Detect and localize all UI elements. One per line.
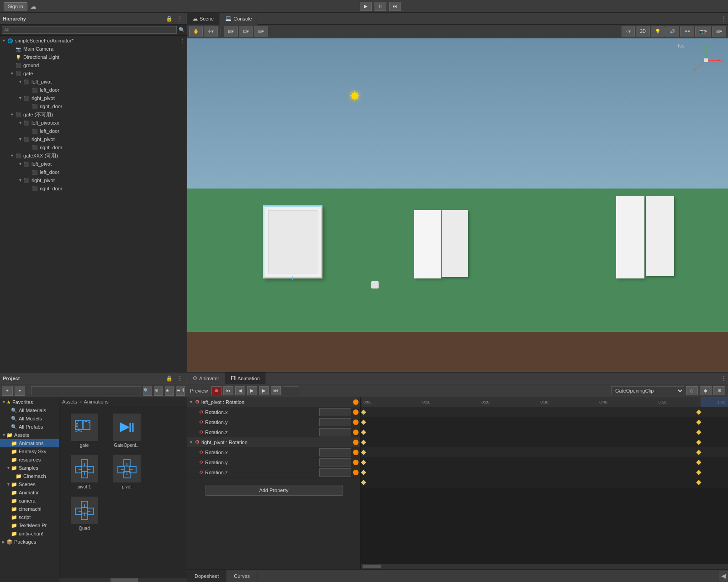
project-tree-packages[interactable]: ▶ 📦 Packages <box>0 538 59 546</box>
hierarchy-item-right-pivot3[interactable]: ▼ ⬛ right_pivot <box>0 176 187 184</box>
keyframe[interactable] <box>696 419 701 425</box>
keyframe[interactable] <box>696 460 701 465</box>
scene-cam-button[interactable]: 📷▾ <box>695 26 711 37</box>
keyframe[interactable] <box>361 480 366 485</box>
tab-scene[interactable]: ⛰ Scene <box>187 13 220 25</box>
render-button[interactable]: ○▾ <box>622 26 635 37</box>
project-tree-assets[interactable]: ▼ 📁 Assets <box>0 431 59 439</box>
keyframe[interactable] <box>361 470 366 475</box>
group-keyframe-dot[interactable] <box>353 399 359 405</box>
hierarchy-item-left-door2[interactable]: ⬛ left_door <box>0 127 187 135</box>
grid-button[interactable]: ⊞▾ <box>224 26 238 37</box>
record-button[interactable]: ⏺ <box>211 386 222 395</box>
keyframe[interactable] <box>361 409 366 414</box>
hierarchy-item-right-pivot2[interactable]: ▼ ⬛ right_pivot <box>0 135 187 143</box>
filter-button[interactable]: ⊞ <box>154 386 163 396</box>
clip-dropdown[interactable]: GateOpeningClip <box>611 386 684 395</box>
group-keyframe-dot[interactable] <box>353 440 359 445</box>
project-tree-camera[interactable]: 📁 camera <box>0 497 59 505</box>
h-item-menu[interactable]: ⋮ <box>180 38 187 43</box>
project-tree-favorites[interactable]: ▼ ★ Favorites <box>0 398 59 406</box>
project-tree-all-models[interactable]: 🔍 All Models <box>0 414 59 423</box>
move-tool-button[interactable]: ✛▾ <box>204 26 218 37</box>
hierarchy-item-left-pivot3[interactable]: ▼ ⬛ left_pivot <box>0 160 187 168</box>
project-lock-icon[interactable]: 🔒 <box>164 375 174 382</box>
play-anim-button[interactable]: ▶ <box>247 386 257 395</box>
keyframe[interactable] <box>361 430 366 435</box>
project-tree-all-materials[interactable]: 🔍 All Materials <box>0 406 59 414</box>
anim-settings-button[interactable]: ⚙ <box>713 386 725 395</box>
prop-keyframe-dot[interactable] <box>353 460 359 465</box>
hierarchy-item-right-door3[interactable]: ⬛ right_door <box>0 184 187 193</box>
gizmo-widget[interactable]: y x <box>688 42 724 79</box>
prev-frame-button[interactable]: ◀ <box>235 386 245 395</box>
curves-button[interactable]: Curves <box>227 570 258 582</box>
2d-button[interactable]: 2D <box>636 26 650 37</box>
project-tree-animations[interactable]: 📁 Animations <box>0 439 59 447</box>
scrollbar-thumb[interactable] <box>111 578 138 582</box>
next-frame-button[interactable]: ▶ <box>259 386 269 395</box>
keyframe[interactable] <box>361 450 366 455</box>
project-tree-unity-chan[interactable]: 📁 unity-chan! <box>0 530 59 538</box>
snap-button[interactable]: ⊡▾ <box>239 26 253 37</box>
dopesheet-button[interactable]: Dopesheet <box>187 570 227 582</box>
play-button[interactable]: ▶ <box>360 2 372 11</box>
tab-animator[interactable]: ⚙ Animator <box>187 372 225 384</box>
project-menu-icon[interactable]: ⋮ <box>176 375 184 382</box>
asset-item-pivot1[interactable]: pivot 1 <box>65 453 104 491</box>
light-button[interactable]: 💡 <box>651 26 665 37</box>
tab-animation[interactable]: 🎞 Animation <box>225 372 266 384</box>
hierarchy-item-camera[interactable]: 📷 Main Camera <box>0 45 187 53</box>
project-scrollbar[interactable] <box>59 578 187 582</box>
prop-keyframe-dot[interactable] <box>353 450 359 455</box>
hierarchy-item-left-door3[interactable]: ⬛ left_door <box>0 168 187 176</box>
gate-object-1[interactable] <box>263 205 322 278</box>
project-search-input[interactable] <box>31 386 141 395</box>
asset-item-gate[interactable]: gate <box>65 412 104 450</box>
hierarchy-item-gate[interactable]: ▼ ⬛ gate <box>0 69 187 78</box>
breadcrumb-assets[interactable]: Assets <box>62 399 77 404</box>
hierarchy-item-ground[interactable]: ⬛ ground <box>0 61 187 69</box>
gate-object-2[interactable] <box>414 210 468 278</box>
hierarchy-item-scene[interactable]: ▼ 🌐 simpleSceneForAnimator* ⋮ <box>0 37 187 45</box>
keyframe[interactable] <box>696 470 701 475</box>
project-tree-fantasy-sky[interactable]: 📁 Fantasy Sky <box>0 447 59 456</box>
next-keyframe-button[interactable]: ⏭ <box>271 386 281 395</box>
project-tree-animator[interactable]: 📁 Animator <box>0 488 59 497</box>
step-button[interactable]: ⏭ <box>389 2 401 11</box>
prop-keyframe-dot[interactable] <box>353 409 359 415</box>
keyframe[interactable] <box>361 419 366 425</box>
pause-button[interactable]: ⏸ <box>375 2 386 11</box>
scene-menu-icon[interactable]: ⋮ <box>720 15 728 22</box>
project-tree-resources[interactable]: 📁 resources <box>0 456 59 464</box>
frame-number-input[interactable]: 2 <box>283 386 299 395</box>
save-project-button[interactable]: ▾ <box>15 386 25 396</box>
keyframe[interactable] <box>696 480 701 485</box>
asset-item-pivot[interactable]: pivot <box>107 453 146 491</box>
hierarchy-item-gate-disabled[interactable]: ▼ ⬛ gate (不可用) <box>0 110 187 119</box>
add-asset-button[interactable]: + <box>2 386 13 396</box>
hierarchy-item-right-door2[interactable]: ⬛ right_door <box>0 143 187 152</box>
keyframe[interactable] <box>696 409 701 414</box>
prop-group-left-pivot[interactable]: ▼ ⚙ left_pivot : Rotation <box>187 397 360 407</box>
scene-viewport[interactable]: ✸ <box>187 38 728 372</box>
timeline-scrollbar[interactable] <box>361 564 728 569</box>
asset-item-gate-anim[interactable]: GateOpeni... <box>107 412 146 450</box>
project-tree-textmesh[interactable]: 📁 TextMesh Pr <box>0 521 59 530</box>
prop-group-right-pivot[interactable]: ▼ ⚙ right_pivot : Rotation <box>187 437 360 447</box>
sound-button[interactable]: 🔊 <box>665 26 679 37</box>
anim-menu-icon[interactable]: ⋮ <box>720 375 728 382</box>
prop-keyframe-dot[interactable] <box>353 470 359 475</box>
search-button[interactable]: 🔍 <box>143 386 152 396</box>
project-tree-cinemach[interactable]: 📁 Cinemach <box>0 472 59 480</box>
keyframe[interactable] <box>696 450 701 455</box>
prop-value-input[interactable]: 0 <box>319 408 351 416</box>
hierarchy-item-left-pivot[interactable]: ▼ ⬛ left_pivot <box>0 78 187 86</box>
hierarchy-item-right-door[interactable]: ⬛ right_door <box>0 102 187 110</box>
asset-item-quad[interactable]: Quad <box>65 495 104 533</box>
keyframe-button[interactable]: ◇ <box>686 386 698 395</box>
prop-value-input[interactable]: 0 <box>319 468 351 477</box>
timeline-scroll-left[interactable]: ◀ <box>719 571 728 582</box>
hierarchy-item-left-pivotxxx[interactable]: ▼ ⬛ left_pivotxxx <box>0 119 187 127</box>
hierarchy-menu-icon[interactable]: ⋮ <box>176 15 184 22</box>
